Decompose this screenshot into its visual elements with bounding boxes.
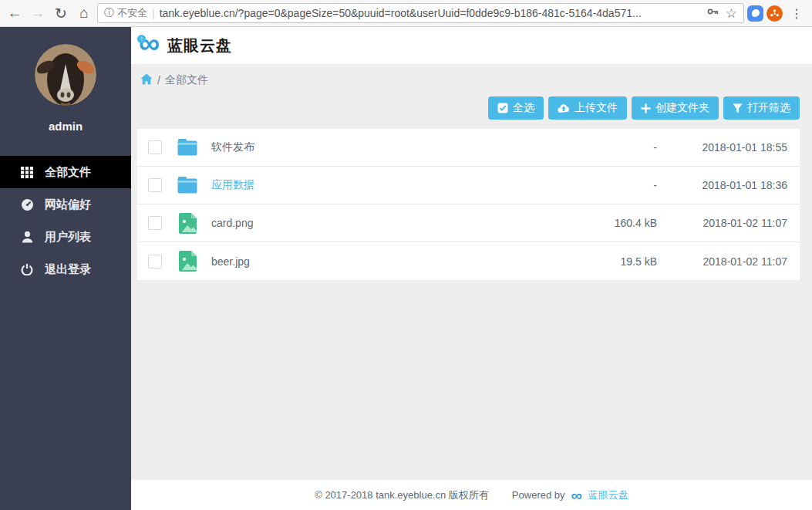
file-name[interactable]: card.png — [211, 217, 557, 229]
profile-block: admin — [0, 27, 131, 147]
bookmark-star-icon[interactable]: ☆ — [726, 7, 737, 20]
footer: © 2017-2018 tank.eyeblue.cn 版权所有 Powered… — [131, 480, 812, 510]
button-label: 打开筛选 — [747, 101, 790, 115]
filter-icon — [733, 103, 743, 113]
create-folder-button[interactable]: 创建文件夹 — [632, 96, 719, 120]
image-file-icon — [177, 213, 197, 234]
sidebar-item-label: 网站偏好 — [45, 198, 91, 212]
toolbar: 全选 上传文件 创建文件夹 — [137, 95, 800, 129]
folder-icon — [177, 177, 197, 194]
sidebar-item-label: 用户列表 — [45, 230, 91, 245]
file-list: 软件发布 - 2018-01-01 18:55 应用数据 - 2018-01-0… — [137, 129, 800, 280]
sidebar-item-all-files[interactable]: 全部文件 — [0, 156, 131, 188]
file-size: - — [557, 141, 657, 154]
file-date: 2018-01-01 18:55 — [657, 141, 800, 154]
reload-icon[interactable]: ↻ — [51, 3, 71, 23]
file-size: 160.4 kB — [557, 217, 657, 229]
file-name[interactable]: 应用数据 — [211, 178, 557, 192]
file-size: 19.5 kB — [557, 255, 657, 268]
file-date: 2018-01-02 11:07 — [657, 255, 800, 268]
sidebar-item-site-preferences[interactable]: 网站偏好 — [0, 188, 131, 221]
security-label: 不安全 — [117, 6, 147, 20]
file-row[interactable]: 应用数据 - 2018-01-01 18:36 — [137, 167, 800, 204]
file-date: 2018-01-01 18:36 — [657, 179, 800, 191]
sidebar: admin 全部文件 网站偏好 用户列表 — [0, 27, 131, 510]
file-date: 2018-01-02 11:07 — [657, 217, 800, 229]
info-icon: ⓘ — [104, 6, 114, 20]
extension-orange-icon[interactable] — [767, 5, 783, 22]
row-checkbox[interactable] — [148, 216, 162, 230]
file-row[interactable]: beer.jpg 19.5 kB 2018-01-02 11:07 — [137, 242, 800, 280]
forward-icon[interactable]: → — [28, 3, 48, 23]
file-name[interactable]: 软件发布 — [211, 140, 557, 154]
copyright-text: © 2017-2018 tank.eyeblue.cn 版权所有 — [315, 488, 489, 502]
folder-icon — [177, 139, 197, 156]
back-icon[interactable]: ← — [5, 3, 25, 23]
file-row[interactable]: 软件发布 - 2018-01-01 18:55 — [137, 129, 800, 167]
check-square-icon — [497, 103, 508, 113]
image-file-icon — [177, 251, 197, 272]
upload-file-button[interactable]: 上传文件 — [548, 96, 627, 120]
footer-logo-icon: ∞ — [571, 488, 582, 503]
row-checkbox[interactable] — [148, 255, 162, 269]
button-label: 全选 — [513, 101, 534, 115]
power-icon — [20, 263, 34, 275]
breadcrumb-separator: / — [157, 74, 160, 86]
omnibox-divider: | — [152, 7, 155, 19]
sidebar-menu: 全部文件 网站偏好 用户列表 退出登录 — [0, 156, 131, 285]
user-icon — [20, 231, 34, 243]
avatar[interactable] — [35, 44, 96, 106]
sidebar-item-logout[interactable]: 退出登录 — [0, 253, 131, 285]
grid-icon — [20, 166, 34, 178]
file-row[interactable]: card.png 160.4 kB 2018-01-02 11:07 — [137, 204, 800, 242]
file-name[interactable]: beer.jpg — [211, 255, 557, 268]
plus-icon — [641, 103, 651, 113]
key-icon[interactable] — [707, 6, 719, 20]
sidebar-item-label: 退出登录 — [45, 262, 91, 277]
breadcrumb-home-icon[interactable] — [140, 73, 153, 87]
security-indicator[interactable]: ⓘ 不安全 — [104, 6, 147, 20]
app-header: ∞↑ 蓝眼云盘 — [131, 27, 812, 64]
sidebar-item-label: 全部文件 — [45, 165, 91, 180]
browser-toolbar: ← → ↻ ⌂ ⓘ 不安全 | tank.eyeblue.cn/?page=0&… — [0, 0, 812, 27]
sidebar-item-user-list[interactable]: 用户列表 — [0, 221, 131, 253]
url-text: tank.eyeblue.cn/?page=0&pageSize=50&puui… — [160, 7, 702, 19]
select-all-button[interactable]: 全选 — [488, 96, 544, 120]
open-filter-button[interactable]: 打开筛选 — [723, 96, 800, 120]
username: admin — [0, 120, 131, 133]
extension-blue-icon[interactable] — [747, 5, 763, 22]
browser-menu-icon[interactable]: ⋮ — [786, 6, 807, 21]
cloud-upload-icon — [558, 103, 570, 113]
home-icon[interactable]: ⌂ — [74, 3, 94, 23]
gauge-icon — [20, 198, 34, 211]
button-label: 上传文件 — [574, 101, 618, 115]
powered-by-text: Powered by — [512, 489, 565, 501]
breadcrumb: / 全部文件 — [137, 64, 800, 95]
footer-brand-link[interactable]: 蓝眼云盘 — [588, 488, 628, 502]
row-checkbox[interactable] — [148, 140, 162, 154]
button-label: 创建文件夹 — [655, 101, 709, 115]
app-logo-icon: ∞↑ — [139, 32, 160, 55]
app-title: 蓝眼云盘 — [167, 35, 232, 56]
address-bar[interactable]: ⓘ 不安全 | tank.eyeblue.cn/?page=0&pageSize… — [97, 3, 744, 23]
breadcrumb-current[interactable]: 全部文件 — [165, 73, 208, 87]
row-checkbox[interactable] — [148, 178, 162, 192]
file-size: - — [557, 179, 657, 191]
